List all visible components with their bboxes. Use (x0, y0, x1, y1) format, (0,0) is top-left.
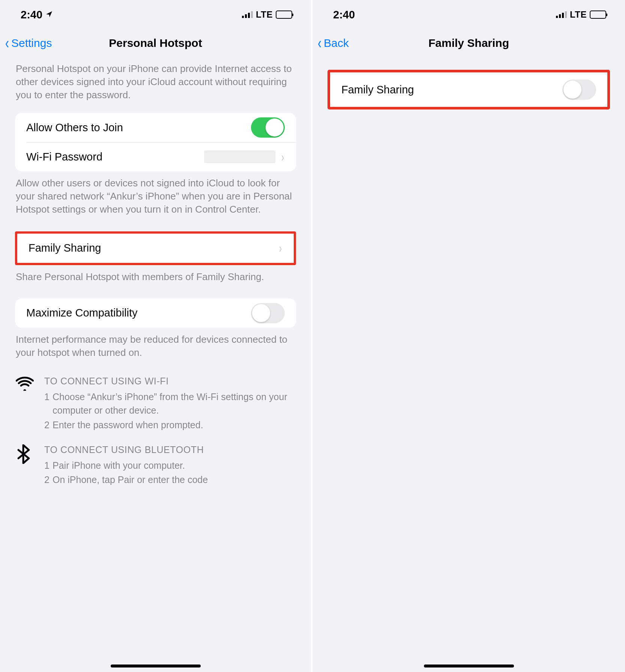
network-type: LTE (256, 9, 273, 20)
wifi-password-row[interactable]: Wi-Fi Password › (15, 142, 296, 171)
bluetooth-connect-heading: TO CONNECT USING BLUETOOTH (44, 443, 295, 456)
bt-step-1: Pair iPhone with your computer. (53, 459, 185, 472)
back-label: Settings (11, 37, 52, 50)
status-time: 2:40 (333, 9, 355, 21)
family-sharing-toggle-row[interactable]: Family Sharing (330, 72, 607, 107)
maximize-label: Maximize Compatibility (26, 307, 138, 319)
allow-others-footer: Allow other users or devices not signed … (0, 171, 311, 231)
cellular-signal-icon (242, 11, 253, 18)
wifi-password-value (204, 150, 275, 163)
family-sharing-toggle[interactable] (562, 80, 596, 100)
location-services-icon (45, 8, 53, 21)
phone-screen-personal-hotspot: 2:40 LTE ‹ Settings Personal Hotspot Per… (0, 0, 312, 672)
connect-wifi-section: TO CONNECT USING WI-FI 1Choose “Ankur’s … (0, 374, 311, 432)
family-sharing-footer: Share Personal Hotspot with members of F… (0, 265, 311, 298)
wifi-password-label: Wi-Fi Password (26, 151, 102, 163)
wifi-step-1: Choose “Ankur’s iPhone” from the Wi-Fi s… (53, 390, 295, 417)
settings-group-maximize: Maximize Compatibility (15, 298, 296, 328)
page-title: Family Sharing (428, 37, 509, 50)
status-time: 2:40 (21, 9, 42, 21)
maximize-toggle[interactable] (251, 303, 285, 323)
family-sharing-label: Family Sharing (341, 84, 414, 96)
network-type: LTE (570, 9, 587, 20)
maximize-footer: Internet performance may be reduced for … (0, 328, 311, 374)
wifi-step-2: Enter the password when prompted. (53, 418, 203, 432)
chevron-right-icon: › (281, 150, 284, 164)
bt-step-2: On iPhone, tap Pair or enter the code (53, 473, 208, 486)
connect-bluetooth-section: TO CONNECT USING BLUETOOTH 1Pair iPhone … (0, 443, 311, 488)
intro-text: Personal Hotspot on your iPhone can prov… (0, 57, 311, 113)
bluetooth-icon (16, 443, 35, 488)
back-button[interactable]: ‹ Settings (5, 35, 52, 51)
family-sharing-highlight: Family Sharing › (15, 231, 296, 265)
navigation-bar: ‹ Back Family Sharing (312, 29, 625, 57)
wifi-icon (16, 374, 35, 432)
wifi-connect-heading: TO CONNECT USING WI-FI (44, 374, 295, 388)
back-button[interactable]: ‹ Back (317, 35, 349, 51)
status-bar: 2:40 LTE (312, 0, 625, 29)
chevron-right-icon: › (279, 241, 282, 255)
allow-others-label: Allow Others to Join (26, 122, 123, 134)
phone-screen-family-sharing: 2:40 LTE ‹ Back Family Sharing Family Sh… (312, 0, 625, 672)
navigation-bar: ‹ Settings Personal Hotspot (0, 29, 311, 57)
chevron-left-icon: ‹ (318, 35, 322, 51)
allow-others-toggle[interactable] (251, 117, 285, 138)
cellular-signal-icon (556, 11, 567, 18)
allow-others-row[interactable]: Allow Others to Join (15, 113, 296, 142)
status-bar: 2:40 LTE (0, 0, 311, 29)
home-indicator[interactable] (111, 664, 201, 668)
settings-group-allow: Allow Others to Join Wi-Fi Password › (15, 113, 296, 171)
battery-icon (276, 10, 292, 19)
page-title: Personal Hotspot (109, 37, 202, 50)
family-sharing-label: Family Sharing (29, 242, 101, 254)
family-sharing-highlight: Family Sharing (328, 70, 610, 110)
family-sharing-row[interactable]: Family Sharing › (17, 234, 294, 263)
maximize-compatibility-row[interactable]: Maximize Compatibility (15, 298, 296, 328)
back-label: Back (324, 37, 349, 50)
home-indicator[interactable] (424, 664, 514, 668)
battery-icon (590, 10, 606, 19)
chevron-left-icon: ‹ (5, 35, 9, 51)
